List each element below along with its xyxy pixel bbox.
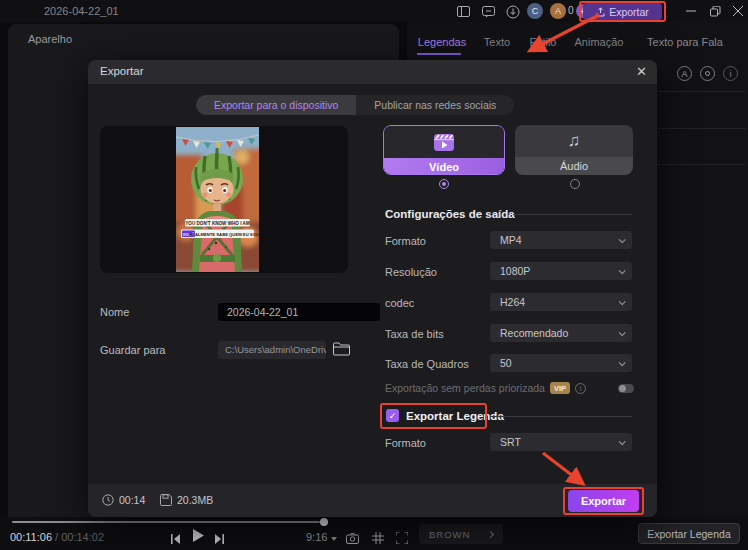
export-subtitle-button[interactable]: Exportar Legenda bbox=[638, 523, 740, 544]
previous-frame-icon[interactable] bbox=[171, 530, 180, 548]
check-icon: ✓ bbox=[389, 411, 397, 421]
snapshot-icon[interactable] bbox=[346, 530, 359, 548]
audio-radio[interactable] bbox=[570, 179, 580, 189]
close-icon[interactable] bbox=[731, 4, 745, 18]
download-icon[interactable] bbox=[505, 4, 520, 19]
bitrate-label: Taxa de bits bbox=[385, 328, 444, 340]
info-glyph: i bbox=[730, 69, 732, 79]
titlebar: 2026-04-22_01 C A 0 + Exportar bbox=[0, 0, 748, 22]
export-dialog: Exportar ✕ Exportar para o dispositivo P… bbox=[88, 60, 657, 517]
chevron-down-icon bbox=[619, 267, 626, 274]
bitrate-value: Recomendado bbox=[500, 327, 568, 339]
chevron-right-icon bbox=[487, 530, 494, 537]
framerate-label: Taxa de Quadros bbox=[385, 358, 469, 370]
tab-publish-social[interactable]: Publicar nas redes sociais bbox=[356, 95, 514, 115]
dialog-footer: 00:14 20.3MB Exportar bbox=[88, 484, 657, 517]
name-input[interactable]: 2026-04-22_01 bbox=[218, 303, 380, 321]
export-mode-tabs: Exportar para o dispositivo Publicar nas… bbox=[196, 95, 514, 115]
tab-animacao[interactable]: Animação bbox=[572, 30, 626, 54]
resolution-label: Resolução bbox=[385, 266, 437, 278]
list-divider bbox=[658, 128, 746, 129]
active-tab-underline bbox=[417, 53, 461, 55]
subtitle-format-select[interactable]: SRT bbox=[490, 433, 632, 451]
name-label: Nome bbox=[100, 306, 129, 318]
subtitle-checkbox[interactable]: ✓ bbox=[386, 409, 399, 422]
resolution-select[interactable]: 1080P bbox=[490, 262, 632, 280]
tab-export-device[interactable]: Exportar para o dispositivo bbox=[196, 95, 356, 115]
lossless-toggle[interactable] bbox=[618, 384, 634, 393]
duration-value: 00:14 bbox=[119, 494, 145, 506]
section-divider bbox=[490, 416, 632, 417]
format-label: Formato bbox=[385, 235, 426, 247]
dialog-header: Exportar ✕ bbox=[88, 60, 657, 84]
chevron-down-icon bbox=[619, 359, 626, 366]
video-icon bbox=[433, 133, 455, 152]
tab-legendas[interactable]: Legendas bbox=[417, 30, 467, 54]
next-frame-icon[interactable] bbox=[215, 530, 224, 548]
info-icon[interactable]: i bbox=[723, 66, 738, 81]
credits-avatar[interactable]: A bbox=[550, 3, 566, 19]
credits-initial: A bbox=[555, 6, 561, 16]
user-avatar[interactable]: C bbox=[527, 3, 543, 19]
duration-item: 00:14 bbox=[102, 494, 145, 506]
restore-icon[interactable] bbox=[708, 4, 722, 18]
export-subtitle-label: Exportar Legenda bbox=[647, 528, 730, 540]
color-preset-select[interactable]: BROWN bbox=[419, 524, 503, 544]
save-path-label: Guardar para bbox=[100, 344, 165, 356]
audio-type-button[interactable]: ♫ Áudio bbox=[515, 125, 633, 175]
resolution-value: 1080P bbox=[500, 265, 530, 277]
video-type-button[interactable]: Vídeo bbox=[383, 125, 505, 175]
translate-icon[interactable]: A bbox=[677, 66, 692, 81]
codec-select[interactable]: H264 bbox=[490, 293, 632, 311]
disk-icon bbox=[160, 494, 172, 506]
play-icon[interactable] bbox=[192, 528, 204, 546]
chevron-down-icon bbox=[619, 236, 626, 243]
chevron-down-icon bbox=[619, 438, 626, 445]
grid-icon[interactable] bbox=[372, 530, 384, 548]
caption-line-2: REALMENTE SABE QUEM EU SOU bbox=[189, 232, 259, 237]
avatar-initial: C bbox=[532, 6, 539, 16]
lossless-row: Exportação sem perdas priorizada VIP i bbox=[385, 382, 586, 394]
list-divider bbox=[658, 164, 746, 165]
aspect-ratio-select[interactable]: 9:16 bbox=[306, 531, 327, 543]
playback-bar: 00:11:06 / 00:14:02 9:16 bbox=[0, 517, 748, 550]
subtitle-checkbox-row: ✓ Exportar Legenda bbox=[386, 409, 504, 422]
subtitle-format-label: Formato bbox=[385, 437, 426, 449]
tab-texto[interactable]: Texto bbox=[479, 30, 515, 54]
codec-value: H264 bbox=[500, 296, 525, 308]
dialog-title: Exportar bbox=[100, 65, 143, 77]
lossless-label: Exportação sem perdas priorizada bbox=[385, 382, 545, 394]
bitrate-select[interactable]: Recomendado bbox=[490, 324, 632, 342]
upload-icon bbox=[596, 7, 605, 17]
info-icon[interactable]: i bbox=[575, 383, 586, 394]
color-preset-label: BROWN bbox=[429, 529, 470, 540]
video-thumbnail: YOU DON'T KNOW WHO I AM VOCÊ REALMENTE S… bbox=[176, 127, 259, 272]
filesize-value: 20.3MB bbox=[177, 494, 213, 506]
format-select[interactable]: MP4 bbox=[490, 231, 632, 249]
folder-icon[interactable] bbox=[333, 342, 351, 358]
feedback-icon[interactable] bbox=[481, 4, 496, 19]
codec-label: codec bbox=[385, 297, 414, 309]
video-type-label: Vídeo bbox=[429, 161, 459, 173]
save-path-input[interactable]: C:\Users\admin\OneDrive bbox=[218, 341, 326, 359]
dialog-close-icon[interactable]: ✕ bbox=[636, 64, 647, 79]
seek-slider[interactable] bbox=[12, 521, 320, 523]
export-button-top[interactable]: Exportar bbox=[583, 3, 662, 20]
credits-count: 0 bbox=[568, 5, 574, 16]
tab-estilo[interactable]: Estilo bbox=[525, 30, 561, 54]
video-radio[interactable] bbox=[439, 179, 449, 189]
minimize-icon[interactable] bbox=[684, 4, 698, 18]
framerate-select[interactable]: 50 bbox=[490, 354, 632, 372]
layout-icon[interactable] bbox=[456, 4, 471, 19]
output-settings-title: Configurações de saída bbox=[385, 208, 515, 220]
seek-thumb[interactable] bbox=[320, 518, 328, 526]
chevron-down-icon bbox=[619, 329, 626, 336]
fullscreen-icon[interactable] bbox=[396, 530, 408, 548]
tab-aparelho[interactable]: Aparelho bbox=[28, 33, 72, 45]
time-separator: / bbox=[52, 531, 61, 543]
vip-badge: VIP bbox=[550, 382, 570, 394]
settings-icon[interactable] bbox=[700, 66, 715, 81]
export-button-main[interactable]: Exportar bbox=[568, 490, 639, 512]
tab-texto-para-fala[interactable]: Texto para Fala bbox=[639, 30, 731, 54]
translate-glyph: A bbox=[681, 69, 687, 79]
